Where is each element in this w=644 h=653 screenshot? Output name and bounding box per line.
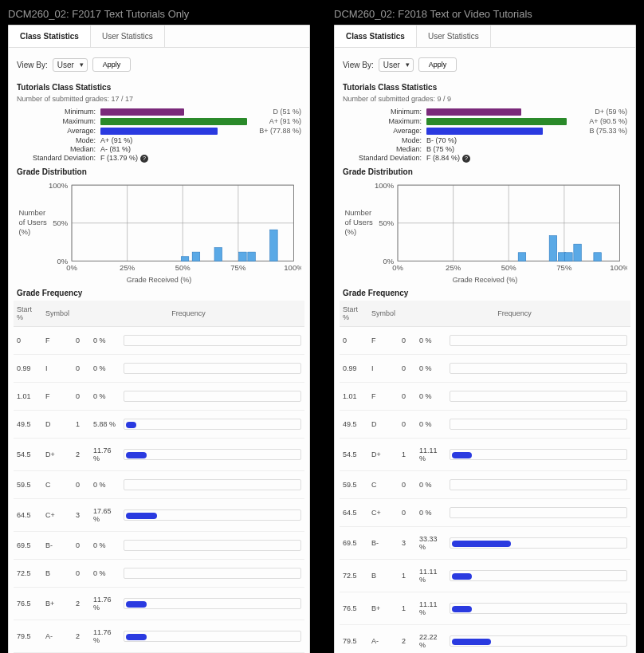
svg-text:100%: 100% (284, 263, 301, 272)
dist-x-label: Grade Received (%) (17, 276, 301, 284)
max-row: Maximum:A+ (91 %) (17, 117, 301, 125)
tab-class-statistics[interactable]: Class Statistics (9, 26, 91, 47)
svg-text:(%): (%) (18, 227, 30, 236)
table-row: 54.5D+111.11 % (340, 439, 630, 471)
svg-rect-47 (574, 244, 582, 261)
table-row: 49.5D15.88 % (14, 411, 304, 439)
frequency-bar (450, 449, 627, 460)
tabs: Class StatisticsUser Statistics (9, 26, 309, 48)
svg-text:(%): (%) (344, 227, 356, 236)
help-icon[interactable]: ? (462, 155, 470, 163)
svg-rect-43 (518, 253, 526, 262)
col-symbol: Symbol (368, 301, 399, 327)
frequency-bar (450, 479, 627, 490)
submitted-grades-row: Number of submitted grades: 17 / 17 (17, 95, 301, 103)
viewby-label: View By: (343, 61, 374, 69)
frequency-bar (450, 391, 627, 402)
frequency-bar (124, 363, 301, 374)
svg-text:0%: 0% (383, 257, 394, 266)
frequency-bar (124, 631, 301, 642)
svg-rect-17 (181, 257, 189, 262)
table-row: 0F00 % (14, 327, 304, 355)
svg-rect-20 (239, 252, 247, 261)
dist-x-label: Grade Received (%) (343, 276, 627, 284)
svg-rect-46 (565, 253, 573, 262)
frequency-bar (124, 449, 301, 460)
grade-frequency-heading: Grade Frequency (17, 289, 301, 297)
table-row: 54.5D+211.76 % (14, 439, 304, 471)
col-frequency: Frequency (73, 301, 304, 327)
median-row: Median:B (75 %) (343, 145, 627, 153)
stats-panel: Class StatisticsUser StatisticsView By:U… (8, 25, 310, 653)
table-row: 64.5C+00 % (340, 499, 630, 527)
grade-frequency-table: Start %SymbolFrequency0F00 %0.99I00 %1.0… (340, 301, 630, 653)
avg-row: Average:B+ (77.88 %) (17, 127, 301, 135)
svg-text:25%: 25% (446, 263, 461, 272)
panel-title: DCM260_02: F2018 Text or Video Tutorials (334, 8, 636, 20)
mode-row: Mode:B- (70 %) (343, 136, 627, 144)
submitted-grades-row: Number of submitted grades: 9 / 9 (343, 95, 627, 103)
svg-text:Number: Number (344, 208, 372, 217)
frequency-bar (450, 635, 627, 647)
class-stats-heading: Tutorials Class Statistics (17, 83, 301, 92)
tab-user-statistics[interactable]: User Statistics (91, 26, 165, 47)
table-row: 59.5C00 % (340, 471, 630, 499)
grade-distribution-chart: 0%25%50%75%100%0%50%100%Numberof Users(%… (343, 179, 627, 274)
frequency-bar (124, 335, 301, 346)
help-icon[interactable]: ? (140, 155, 148, 163)
mode-row: Mode:A+ (91 %) (17, 136, 301, 144)
grade-distribution-chart: 0%25%50%75%100%0%50%100%Numberof Users(%… (17, 179, 301, 274)
svg-rect-18 (192, 252, 200, 261)
panel-title: DCM260_02: F2017 Text Tutorials Only (8, 8, 310, 20)
svg-text:0%: 0% (66, 263, 77, 272)
class-stats-heading: Tutorials Class Statistics (343, 83, 627, 92)
table-row: 69.5B-333.33 % (340, 527, 630, 560)
svg-rect-21 (248, 252, 256, 261)
svg-text:of Users: of Users (344, 218, 373, 226)
svg-text:75%: 75% (556, 263, 572, 272)
viewby-label: View By: (17, 61, 48, 69)
frequency-bar (124, 540, 301, 551)
frequency-bar (450, 335, 627, 346)
frequency-bar (124, 598, 301, 609)
table-row: 72.5B111.11 % (340, 560, 630, 592)
table-row: 76.5B+111.11 % (340, 592, 630, 625)
tab-class-statistics[interactable]: Class Statistics (335, 26, 417, 47)
frequency-bar (124, 479, 301, 490)
viewby-select[interactable]: User (53, 58, 88, 72)
svg-rect-19 (214, 248, 222, 262)
table-row: 76.5B+211.76 % (14, 588, 304, 620)
avg-row: Average:B (75.33 %) (343, 127, 627, 135)
apply-button[interactable]: Apply (92, 57, 132, 72)
svg-text:0%: 0% (392, 263, 403, 272)
grade-distribution-heading: Grade Distribution (17, 167, 301, 176)
table-row: 1.01F00 % (340, 383, 630, 411)
svg-text:100%: 100% (610, 263, 627, 272)
apply-button[interactable]: Apply (418, 57, 457, 72)
tab-user-statistics[interactable]: User Statistics (417, 26, 491, 47)
frequency-bar (124, 391, 301, 402)
table-row: 69.5B-00 % (14, 532, 304, 560)
tabs: Class StatisticsUser Statistics (335, 26, 635, 48)
grade-distribution-heading: Grade Distribution (343, 167, 627, 176)
svg-text:50%: 50% (379, 218, 395, 227)
frequency-bar (124, 419, 301, 430)
max-row: Maximum:A+ (90.5 %) (343, 117, 627, 125)
col-frequency: Frequency (399, 301, 630, 327)
sd-row: Standard Deviation:F (8.84 %)? (343, 154, 627, 163)
frequency-bar (450, 363, 627, 374)
grade-frequency-heading: Grade Frequency (343, 289, 627, 297)
svg-text:Number: Number (18, 208, 46, 217)
frequency-bar (450, 507, 627, 518)
col-start: Start % (14, 301, 42, 327)
min-row: Minimum:D+ (59 %) (343, 108, 627, 116)
svg-text:50%: 50% (501, 263, 517, 272)
viewby-select[interactable]: User (379, 58, 414, 72)
table-row: 1.01F00 % (14, 383, 304, 411)
frequency-bar (124, 568, 301, 579)
table-row: 59.5C00 % (14, 471, 304, 499)
table-row: 64.5C+317.65 % (14, 499, 304, 532)
frequency-bar (450, 570, 627, 581)
svg-text:50%: 50% (175, 263, 191, 272)
svg-text:25%: 25% (120, 263, 135, 272)
